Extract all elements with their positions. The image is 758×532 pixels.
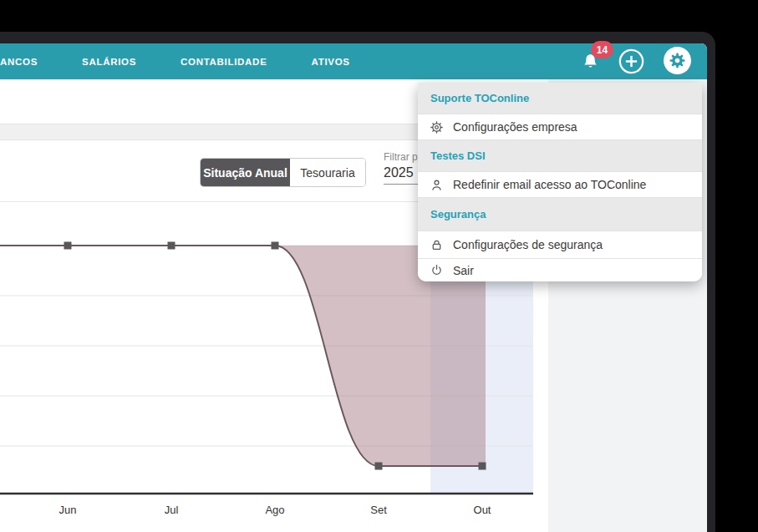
- x-axis-label: Out: [449, 504, 516, 516]
- menu-section-suporte: Suporte TOConline: [418, 83, 702, 114]
- x-axis-label: Jul: [138, 504, 205, 516]
- nav-item-ativos[interactable]: ATIVOS: [312, 57, 350, 67]
- x-axis-label: Jun: [34, 504, 101, 516]
- nav-menu: ANCOS SALÁRIOS CONTABILIDADE ATIVOS: [0, 43, 350, 79]
- nav-item-salarios[interactable]: SALÁRIOS: [82, 57, 136, 67]
- menu-item-sair[interactable]: Sair: [418, 259, 702, 281]
- power-icon: [430, 263, 444, 277]
- gear-icon: [668, 51, 687, 70]
- menu-item-label: Configurações de segurança: [453, 238, 603, 251]
- menu-item-label: Redefinir email acesso ao TOConline: [453, 178, 646, 191]
- tab-tesouraria[interactable]: Tesouraria: [290, 159, 365, 186]
- settings-dropdown-menu: Suporte TOConline Configurações empresa …: [418, 83, 702, 281]
- menu-item-label: Sair: [453, 264, 474, 277]
- menu-item-redefinir-email[interactable]: Redefinir email acesso ao TOConline: [418, 172, 702, 198]
- nav-item-bancos[interactable]: ANCOS: [0, 57, 38, 67]
- gear-icon: [430, 120, 444, 134]
- nav-item-contabilidade[interactable]: CONTABILIDADE: [181, 57, 267, 67]
- tab-situacao-anual[interactable]: Situação Anual: [201, 159, 290, 186]
- settings-button[interactable]: [664, 47, 691, 74]
- plus-icon: [618, 48, 644, 74]
- menu-section-seguranca: Segurança: [418, 198, 702, 231]
- x-axis-label: Set: [345, 504, 412, 516]
- add-button[interactable]: [618, 48, 644, 78]
- menu-section-testes-dsi: Testes DSI: [418, 140, 702, 172]
- screenshot-stage: ANCOS SALÁRIOS CONTABILIDADE ATIVOS 14: [0, 0, 758, 532]
- app-window: ANCOS SALÁRIOS CONTABILIDADE ATIVOS 14: [0, 43, 707, 532]
- user-icon: [430, 178, 444, 192]
- menu-item-configuracoes-seguranca[interactable]: Configurações de segurança: [418, 231, 702, 259]
- chart-view-tabs: Situação Anual Tesouraria: [201, 159, 365, 186]
- x-axis-label: Ago: [242, 504, 308, 516]
- menu-item-configuracoes-empresa[interactable]: Configurações empresa: [418, 114, 702, 140]
- menu-item-label: Configurações empresa: [453, 120, 577, 134]
- year-filter-select[interactable]: 2025: [384, 165, 423, 185]
- notification-count-badge: 14: [591, 41, 613, 58]
- top-navbar: ANCOS SALÁRIOS CONTABILIDADE ATIVOS 14: [0, 43, 707, 79]
- lock-icon: [430, 238, 444, 252]
